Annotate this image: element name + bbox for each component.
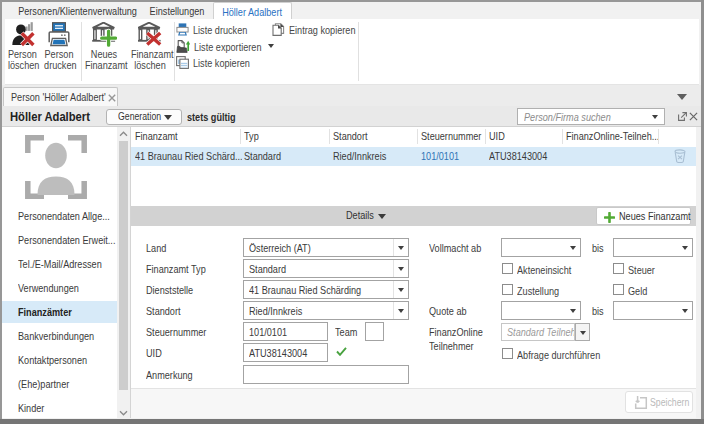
liste-drucken-button[interactable]: Liste drucken <box>176 23 258 36</box>
dropdown-arrow-icon <box>570 309 576 313</box>
export-list-icon <box>176 40 190 53</box>
details-splitter-bar[interactable]: Details Neues Finanzamt <box>131 206 696 226</box>
sidebar-item-kontaktpersonen[interactable]: Kontaktpersonen <box>2 349 117 371</box>
search-combobox[interactable]: Person/Firma suchen <box>517 108 665 125</box>
finanzamt-typ-combobox[interactable]: Standard <box>243 259 409 278</box>
sidebar-scrollbar[interactable] <box>117 127 130 418</box>
combo-button[interactable] <box>565 302 580 319</box>
column-header-steuernummer[interactable]: Steuernummer <box>421 127 485 147</box>
quote-bis-label: bis <box>592 305 606 317</box>
vollmacht-bis-combobox[interactable] <box>613 238 693 257</box>
liste-exportieren-button[interactable]: Liste exportieren <box>176 40 275 53</box>
printer-icon <box>47 22 71 47</box>
tab-close-icon[interactable] <box>108 94 116 102</box>
document-tab-person[interactable]: Person 'Höller Adalbert' <box>3 87 118 106</box>
scrollbar-thumb[interactable] <box>119 141 128 390</box>
quote-ab-combobox[interactable] <box>501 301 581 320</box>
ribbon-tab-hoeller-adalbert[interactable]: Höller Adalbert <box>213 2 292 19</box>
scroll-up-icon[interactable] <box>119 131 128 137</box>
steuer-label: Steuer <box>628 264 660 276</box>
finanzamt-loeschen-button[interactable]: Finanzamt löschen <box>127 21 173 71</box>
combo-button[interactable] <box>393 239 408 256</box>
sidebar-item-tel-email-adressen[interactable]: Tel./E-Mail/Adressen <box>2 253 117 275</box>
validity-label: stets gültig <box>187 111 246 123</box>
sidebar-item-ehepartner[interactable]: (Ehe)partner <box>2 373 117 395</box>
neues-finanzamt-button[interactable]: Neues Finanzamt <box>81 21 127 71</box>
finanzonline-label-line1: FinanzOnline <box>429 326 494 338</box>
save-icon <box>634 396 648 410</box>
sidebar-item-bankverbindungen[interactable]: Bankverbindungen <box>2 325 117 347</box>
combo-button[interactable] <box>677 302 692 319</box>
dropdown-arrow-icon <box>268 44 274 48</box>
steuernummer-link[interactable]: 101/0101 <box>421 147 485 166</box>
column-header-standort[interactable]: Standort <box>333 127 417 147</box>
column-header-uid[interactable]: UID <box>489 127 561 147</box>
person-delete-icon <box>9 22 35 47</box>
table-row-finanzamt[interactable]: 41 Braunau Ried Schärd... Standard Ried/… <box>131 147 696 166</box>
dienststelle-label: Dienststelle <box>146 284 203 296</box>
uid-valid-check-icon <box>336 347 347 356</box>
combo-button[interactable] <box>565 239 580 256</box>
zustellung-checkbox[interactable] <box>502 284 513 295</box>
vollmacht-ab-combobox[interactable] <box>501 238 581 257</box>
popout-icon[interactable] <box>678 112 687 121</box>
print-list-icon <box>176 23 189 36</box>
dienststelle-combobox[interactable]: 41 Braunau Ried Schärding <box>243 280 409 299</box>
combo-button[interactable] <box>677 239 692 256</box>
eintrag-kopieren-button[interactable]: Eintrag kopieren <box>271 23 369 36</box>
person-drucken-button[interactable]: Person drucken <box>41 21 77 71</box>
column-separator <box>485 129 486 144</box>
generation-button[interactable]: Generation <box>106 109 183 125</box>
steuernummer-input[interactable]: 101/0101 <box>243 322 328 341</box>
quote-bis-combobox[interactable] <box>613 301 693 320</box>
combo-button[interactable] <box>393 302 408 319</box>
person-name: Höller Adalbert <box>10 109 106 124</box>
team-input[interactable] <box>365 322 384 341</box>
sidebar-item-personendaten-erweitert[interactable]: Personendaten Erweit... <box>2 229 117 251</box>
quote-ab-label: Quote ab <box>429 305 474 317</box>
neues-finanzamt-inline-button[interactable]: Neues Finanzamt <box>596 207 691 226</box>
combo-button[interactable] <box>393 260 408 277</box>
speichern-button[interactable]: Speichern <box>625 391 693 413</box>
uid-input[interactable]: ATU38143004 <box>243 343 328 362</box>
geld-checkbox[interactable] <box>613 284 624 295</box>
team-label: Team <box>335 326 362 338</box>
combo-button[interactable] <box>393 281 408 298</box>
abfrage-checkbox[interactable] <box>502 348 513 359</box>
dropdown-arrow-icon <box>398 246 404 250</box>
ribbon: Person löschen Person drucken <box>5 19 699 85</box>
column-separator <box>329 129 330 144</box>
close-icon[interactable] <box>689 112 698 121</box>
finanzamt-typ-label: Finanzamt Typ <box>146 263 218 275</box>
dropdown-arrow-icon <box>398 267 404 271</box>
sidebar-item-kinder[interactable]: Kinder <box>2 397 117 419</box>
finanzonline-teilnehmer-combobox[interactable]: Standard Teilnehmer <box>501 323 575 342</box>
ribbon-tab-personen[interactable]: Personen/Klientenverwaltung <box>6 2 134 19</box>
sidebar-item-finanzaemter[interactable]: Finanzämter <box>2 301 117 323</box>
land-combobox[interactable]: Österreich (AT) <box>243 238 409 257</box>
tab-list-dropdown-icon[interactable] <box>677 94 687 100</box>
anmerkung-input[interactable] <box>243 365 409 384</box>
column-header-finanzonline[interactable]: FinanzOnline-Teilneh... <box>566 127 661 147</box>
bank-add-icon <box>92 22 117 47</box>
steuer-checkbox[interactable] <box>613 263 624 274</box>
sidebar-item-verwendungen[interactable]: Verwendungen <box>2 277 117 299</box>
column-header-finanzamt[interactable]: Finanzamt <box>135 127 239 147</box>
copy-list-icon <box>176 56 189 69</box>
document-tab-bar: Person 'Höller Adalbert' <box>2 85 701 106</box>
ribbon-tab-einstellungen[interactable]: Einstellungen <box>141 2 213 19</box>
standort-label: Standort <box>146 305 188 317</box>
column-header-typ[interactable]: Typ <box>244 127 328 147</box>
akteneinsicht-checkbox[interactable] <box>502 263 513 274</box>
sidebar-item-personendaten-allgemein[interactable]: Personendaten Allge... <box>2 205 117 227</box>
scroll-down-icon[interactable] <box>119 410 128 416</box>
anmerkung-label: Anmerkung <box>146 369 202 381</box>
finanzonline-combo-button[interactable] <box>575 323 590 342</box>
finanzamt-panel: Finanzamt Typ Standort Steuernummer UID … <box>130 127 696 418</box>
dropdown-arrow-icon[interactable] <box>652 115 658 119</box>
delete-row-icon[interactable] <box>674 149 686 163</box>
standort-combobox[interactable]: Ried/Innkreis <box>243 301 409 320</box>
person-loeschen-button[interactable]: Person löschen <box>5 21 39 71</box>
liste-kopieren-button[interactable]: Liste kopieren <box>176 56 262 69</box>
abfrage-label: Abfrage durchführen <box>517 349 617 361</box>
